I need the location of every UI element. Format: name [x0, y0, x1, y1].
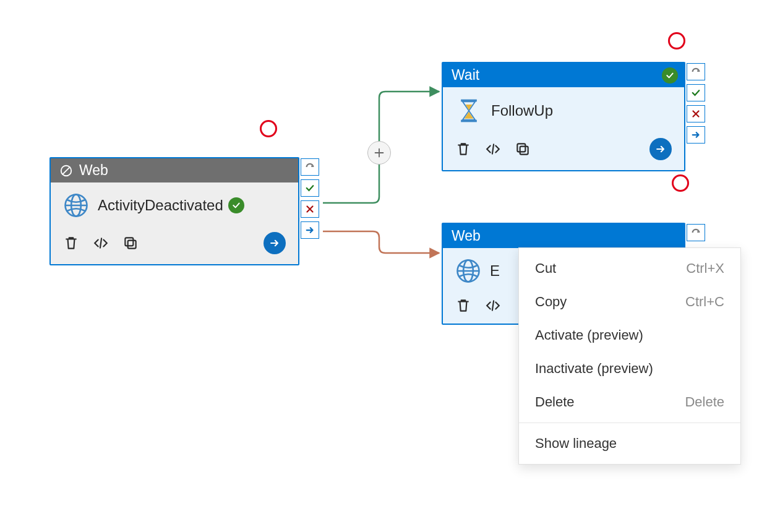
highlight-marker [260, 120, 277, 137]
svg-line-1 [62, 166, 71, 174]
svg-rect-5 [128, 241, 136, 249]
globe-icon [455, 258, 481, 284]
copy-icon[interactable] [122, 235, 139, 251]
node-header: Web [443, 224, 684, 248]
menu-item-activate[interactable]: Activate (preview) [519, 319, 740, 352]
run-icon[interactable] [264, 232, 286, 254]
highlight-marker [672, 174, 689, 192]
port-success[interactable] [687, 84, 705, 101]
code-icon[interactable] [485, 298, 501, 314]
deactivated-icon [59, 164, 73, 178]
port-skip[interactable] [687, 63, 705, 80]
node-actions [443, 129, 684, 170]
menu-item-delete[interactable]: Delete Delete [519, 385, 740, 419]
menu-divider [519, 423, 740, 423]
port-skip[interactable] [301, 158, 319, 176]
node-body: FollowUp [443, 87, 684, 129]
node-type-label: Web [79, 162, 108, 179]
delete-icon[interactable] [455, 141, 471, 157]
port-skip[interactable] [687, 224, 705, 241]
pipeline-canvas[interactable]: Web ActivityDeactivated [0, 0, 767, 532]
copy-icon[interactable] [515, 141, 531, 157]
node-name-label: ActivityDeactivated [98, 197, 223, 214]
output-ports [687, 224, 705, 241]
svg-rect-10 [517, 144, 525, 152]
node-header: Wait [443, 63, 684, 87]
node-name-label: E [490, 262, 500, 280]
port-completion[interactable] [301, 221, 319, 239]
node-type-label: Web [452, 228, 481, 244]
context-menu[interactable]: Cut Ctrl+X Copy Ctrl+C Activate (preview… [518, 247, 741, 465]
menu-item-show-lineage[interactable]: Show lineage [519, 427, 740, 460]
output-ports [687, 63, 705, 144]
delete-icon[interactable] [455, 298, 471, 314]
menu-item-inactivate[interactable]: Inactivate (preview) [519, 352, 740, 385]
code-icon[interactable] [485, 141, 501, 157]
port-failure[interactable] [301, 200, 319, 218]
menu-item-cut[interactable]: Cut Ctrl+X [519, 252, 740, 285]
port-success[interactable] [301, 179, 319, 197]
success-status-badge [228, 197, 244, 213]
delete-icon[interactable] [63, 235, 79, 251]
menu-label: Cut [535, 260, 556, 277]
add-activity-button[interactable] [367, 141, 391, 165]
menu-item-copy[interactable]: Copy Ctrl+C [519, 285, 740, 319]
svg-rect-6 [125, 238, 133, 246]
menu-shortcut: Ctrl+X [686, 260, 724, 277]
menu-label: Show lineage [535, 435, 617, 452]
run-icon[interactable] [649, 138, 672, 160]
node-type-label: Wait [452, 67, 479, 84]
menu-shortcut: Ctrl+C [685, 294, 724, 310]
success-status-badge [662, 67, 678, 84]
menu-label: Copy [535, 294, 567, 310]
globe-icon [63, 192, 89, 218]
svg-rect-9 [520, 147, 528, 155]
node-actions [51, 223, 298, 264]
output-ports [301, 158, 319, 239]
hourglass-icon [455, 97, 482, 124]
activity-node-followup[interactable]: Wait FollowUp [442, 62, 685, 171]
menu-shortcut: Delete [685, 394, 724, 410]
node-header: Web [51, 158, 298, 182]
node-body: ActivityDeactivated [51, 182, 298, 223]
port-completion[interactable] [687, 126, 705, 144]
menu-label: Delete [535, 394, 575, 410]
node-name-label: FollowUp [491, 102, 553, 119]
activity-node-activitydeactivated[interactable]: Web ActivityDeactivated [49, 157, 299, 265]
highlight-marker [668, 32, 685, 49]
menu-label: Activate (preview) [535, 327, 643, 343]
menu-label: Inactivate (preview) [535, 361, 653, 377]
code-icon[interactable] [93, 235, 109, 251]
port-failure[interactable] [687, 105, 705, 122]
